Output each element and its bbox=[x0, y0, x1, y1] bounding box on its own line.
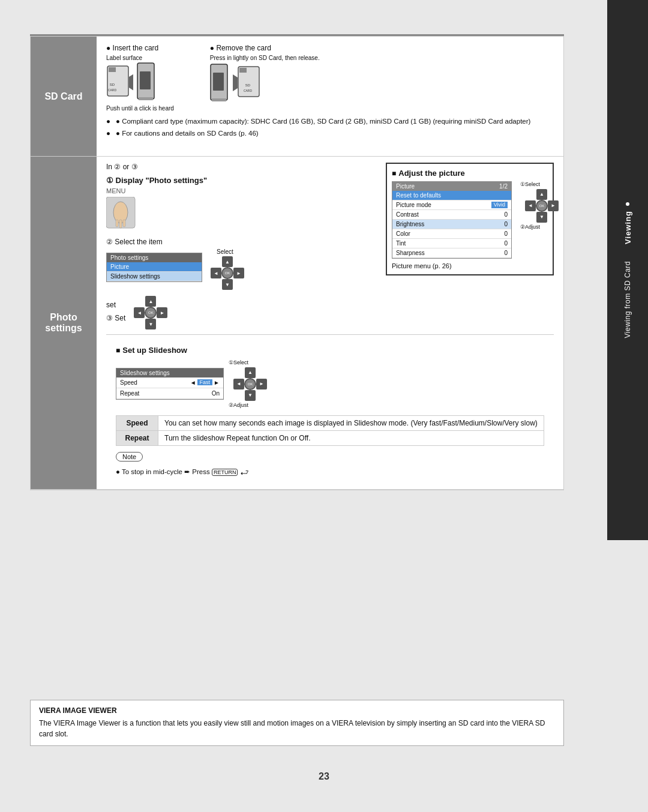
slideshow-menu-area: Slideshow settings Speed ◄ Fast ► bbox=[116, 368, 224, 400]
step3-label: ③ Set bbox=[106, 314, 125, 322]
adjust-ui-area: Picture 1/2 Reset to defaults Picture mo… bbox=[392, 181, 548, 259]
speed-arrow-left: ◄ bbox=[190, 379, 196, 386]
photo-settings-label: Photo settings bbox=[31, 157, 97, 489]
svg-rect-9 bbox=[213, 73, 224, 91]
bullet-dot-1: ● bbox=[106, 116, 112, 127]
dpad3-down[interactable]: ▼ bbox=[145, 319, 156, 329]
select-annotation-pic: ①Select bbox=[520, 181, 559, 187]
press-text: Press in lightly on SD Card, then releas… bbox=[210, 55, 320, 61]
return-text: RETURN bbox=[212, 469, 238, 476]
menu-item-picture: Picture bbox=[107, 262, 202, 272]
sidebar-viewing-label: Viewing bbox=[623, 211, 632, 244]
svg-text:CARD: CARD bbox=[108, 88, 117, 92]
speed-fast-val: Fast bbox=[197, 379, 213, 385]
speed-desc-text: You can set how many seconds each image … bbox=[158, 415, 544, 430]
sd-note2-text: ● For cautions and details on SD Cards (… bbox=[116, 128, 259, 139]
bottom-info-box: VIERA IMAGE VIEWER The VIERA Image Viewe… bbox=[30, 700, 564, 746]
slideshow-speed-row: Speed ◄ Fast ► bbox=[116, 377, 223, 388]
dpad-adj-down[interactable]: ▼ bbox=[536, 212, 547, 223]
brightness-val: 0 bbox=[504, 221, 508, 227]
slideshow-section: Set up Slideshow Slideshow settings Spee… bbox=[106, 340, 554, 483]
sd-note2: ● ● For cautions and details on SD Cards… bbox=[106, 128, 554, 139]
bullet-dot-2: ● bbox=[106, 128, 112, 139]
svg-text:SD: SD bbox=[245, 83, 251, 87]
svg-marker-11 bbox=[233, 74, 238, 91]
sd-card-label: SD Card bbox=[31, 37, 97, 156]
step2-ui-area: Photo settings Picture Slideshow setting… bbox=[106, 248, 374, 290]
dpad3-right[interactable]: ► bbox=[157, 307, 167, 318]
sd-note1-text: ● Compliant card type (maximum capacity)… bbox=[116, 116, 530, 127]
menu-sublabel: MENU bbox=[106, 187, 374, 194]
insert-area: ● Insert the card Label surface bbox=[106, 44, 174, 112]
svg-rect-7 bbox=[139, 97, 153, 100]
speed-arrow-right: ► bbox=[214, 379, 220, 386]
dpad3-left[interactable]: ◄ bbox=[134, 307, 145, 318]
photo-right-col: Adjust the picture Picture 1/2 bbox=[386, 163, 554, 329]
note-content: ● To stop in mid-cycle ➨ Press RETURN ⮐ bbox=[116, 468, 544, 477]
dpad-ss-right[interactable]: ► bbox=[256, 379, 267, 389]
photo-left-col: In ② or ③ ① Display "Photo settings" MEN… bbox=[106, 163, 374, 329]
dpad3-up[interactable]: ▲ bbox=[145, 296, 156, 307]
slideshow-repeat-row: Repeat On bbox=[116, 388, 223, 399]
speed-desc-label: Speed bbox=[116, 415, 158, 430]
dpad-ss-down[interactable]: ▼ bbox=[245, 390, 256, 401]
adjust-picture-title: Adjust the picture bbox=[392, 169, 548, 178]
dpad-ok[interactable]: OK bbox=[221, 267, 233, 279]
svg-rect-6 bbox=[140, 71, 151, 89]
sd-card-section: SD Card ● Insert the card Label surface bbox=[31, 37, 563, 157]
viera-text: The VIERA Image Viewer is a function tha… bbox=[39, 718, 555, 739]
step1-label: ① Display "Photo settings" bbox=[106, 176, 374, 185]
dpad-adj-left[interactable]: ◄ bbox=[525, 200, 536, 211]
label-surface-text: Label surface bbox=[106, 55, 174, 61]
repeat-desc-row: Repeat Turn the slideshow Repeat functio… bbox=[116, 430, 544, 445]
remove-area: ● Remove the card Press in lightly on SD… bbox=[210, 44, 320, 112]
svg-text:SD: SD bbox=[110, 83, 115, 86]
note-label: Note bbox=[122, 453, 136, 460]
dpad-ss-left[interactable]: ◄ bbox=[233, 379, 244, 389]
dpad-right[interactable]: ► bbox=[233, 268, 244, 278]
return-icon: ⮐ bbox=[240, 468, 248, 477]
svg-marker-4 bbox=[129, 74, 133, 91]
photo-two-col: In ② or ③ ① Display "Photo settings" MEN… bbox=[106, 163, 554, 329]
dpad-step2: ▲ ◄ OK ► ▼ bbox=[211, 256, 244, 290]
tv-slot-remove-icon bbox=[210, 64, 229, 103]
dpad-down[interactable]: ▼ bbox=[222, 279, 233, 290]
adjust-dpad-area: ①Select ▲ ◄ OK ► bbox=[520, 181, 559, 230]
dpad3-ok[interactable]: OK bbox=[145, 307, 157, 319]
sidebar-subtitle-label: Viewing from SD Card bbox=[623, 261, 632, 338]
sd-notes: ● ● Compliant card type (maximum capacit… bbox=[106, 116, 554, 139]
photo-settings-section: Photo settings In ② or ③ ① Display "Phot… bbox=[31, 157, 563, 490]
slideshow-menu-header: Slideshow settings bbox=[116, 368, 223, 377]
sd-card-remove-icon: SD CARD bbox=[233, 65, 260, 100]
photo-menu-ui: Photo settings Picture Slideshow setting… bbox=[106, 253, 202, 286]
menu-ui-header: Photo settings bbox=[107, 253, 202, 262]
speed-desc-row: Speed You can set how many seconds each … bbox=[116, 415, 544, 430]
slideshow-ui-area: Slideshow settings Speed ◄ Fast ► bbox=[116, 359, 544, 408]
svg-rect-20 bbox=[123, 220, 125, 227]
picture-menu-ui-box: Picture 1/2 Reset to defaults Picture mo… bbox=[392, 181, 512, 259]
picture-mode-label: Picture mode bbox=[396, 202, 431, 208]
sd-card-content: ● Insert the card Label surface bbox=[97, 37, 563, 156]
svg-rect-10 bbox=[212, 98, 226, 101]
main-content: SD Card ● Insert the card Label surface bbox=[30, 36, 564, 490]
remove-diagram: Press in lightly on SD Card, then releas… bbox=[210, 55, 320, 103]
insert-diagram-left: Label surface SD CARD bbox=[106, 55, 174, 112]
dpad-adj-ok[interactable]: OK bbox=[536, 200, 548, 212]
dpad-left[interactable]: ◄ bbox=[211, 268, 221, 278]
contrast-label: Contrast bbox=[396, 211, 419, 218]
repeat-val: On bbox=[212, 390, 220, 397]
step3-area: set ③ Set ▲ ◄ OK ► bbox=[106, 296, 374, 329]
repeat-label: Repeat bbox=[120, 390, 139, 397]
picture-header-label: Picture bbox=[396, 183, 415, 190]
dpad-adj-right[interactable]: ► bbox=[548, 200, 559, 211]
dpad-ss-ok[interactable]: OK bbox=[244, 378, 256, 390]
picture-reset-row: Reset to defaults bbox=[392, 191, 511, 200]
photo-section-content: In ② or ③ ① Display "Photo settings" MEN… bbox=[97, 157, 563, 489]
dpad-ss-up[interactable]: ▲ bbox=[245, 367, 256, 378]
svg-rect-13 bbox=[239, 68, 247, 73]
menu-hand-icon bbox=[106, 197, 136, 230]
desc-table: Speed You can set how many seconds each … bbox=[116, 415, 544, 446]
dpad-up[interactable]: ▲ bbox=[222, 256, 233, 267]
picture-tint-row: Tint 0 bbox=[392, 239, 511, 248]
dpad-adj-up[interactable]: ▲ bbox=[536, 189, 547, 200]
